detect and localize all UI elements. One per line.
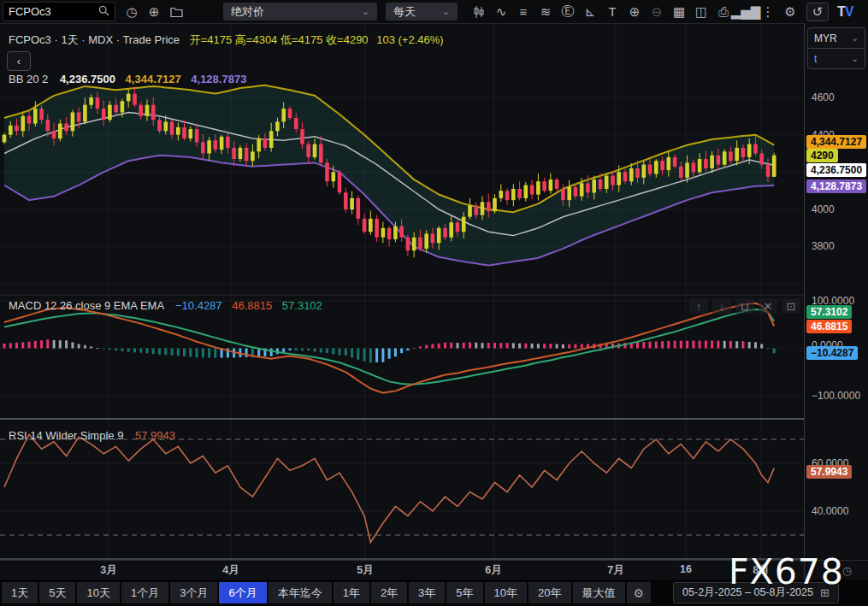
text-tool-icon[interactable]: T xyxy=(601,3,623,21)
scale-unit-box: MYR ⌄ t ⌄ xyxy=(807,27,865,69)
snapshot-icon[interactable]: ◫ xyxy=(690,3,712,21)
economic-events-icon[interactable]: Ⓔ xyxy=(557,3,579,21)
more-icon[interactable]: ⋮ xyxy=(757,3,779,21)
scale-tick: 4600 xyxy=(812,91,835,103)
time-axis-label: 7月 xyxy=(590,563,641,578)
symbol-title: FCPOc3 · 1天 · MDX · Trade Price xyxy=(9,33,180,46)
interval-value: 每天 xyxy=(393,4,416,20)
range-button-6个月[interactable]: 6个月 xyxy=(219,582,266,603)
chevron-down-icon: ⌄ xyxy=(362,6,369,17)
range-button-5天[interactable]: 5天 xyxy=(39,582,75,603)
range-button-本年迄今[interactable]: 本年迄今 xyxy=(269,582,332,603)
pane-maximize-icon[interactable]: ⊡ xyxy=(782,298,800,314)
price-label: 4,344.7127 xyxy=(806,135,866,149)
unit-dropdown[interactable]: t ⌄ xyxy=(808,48,865,68)
range-button-5年[interactable]: 5年 xyxy=(446,582,482,603)
fx678-watermark: FX678 xyxy=(729,551,844,592)
price-label: 4,236.7500 xyxy=(806,163,866,177)
price-mode-value: 绝对价 xyxy=(231,4,264,20)
measure-icon[interactable]: ⊾ xyxy=(579,3,601,21)
time-axis-label: 16 xyxy=(660,563,712,575)
bb-upper-value: 4,344.7127 xyxy=(126,73,181,85)
range-button-2年[interactable]: 2年 xyxy=(371,582,407,603)
pane-toolbar: ↑↓⊔✕⊡ xyxy=(689,298,800,314)
clock-icon[interactable]: ◷ xyxy=(121,3,143,21)
symbol-text: FCPOc3 xyxy=(9,5,51,18)
chevron-down-icon: ⌄ xyxy=(442,6,450,17)
indicators-icon[interactable]: ∿ xyxy=(490,3,512,21)
pane-move-down-icon[interactable]: ↓ xyxy=(712,298,731,314)
rsi-indicator-header[interactable]: RSI 14 Wilder Simple 9 57.9943 xyxy=(9,429,175,442)
interval-dropdown[interactable]: 每天 ⌄ xyxy=(386,3,458,21)
trading-chart-app: FCPOc3 ◷⊕ 绝对价 ⌄ 每天 ⌄ ∿≡≋Ⓔ⊾T⊕⊖▦◫⎙▂▅▇⋮⚙↺ T… xyxy=(0,0,868,606)
range-button-1天[interactable]: 1天 xyxy=(2,582,38,603)
rsi-label: RSI 14 Wilder Simple 9 xyxy=(9,429,123,442)
time-axis-label: 3月 xyxy=(83,563,134,578)
candlestick-style-icon[interactable] xyxy=(468,3,490,21)
search-icon xyxy=(98,5,109,19)
templates-icon[interactable]: ≡ xyxy=(512,3,534,21)
range-button-3年[interactable]: 3年 xyxy=(409,582,445,603)
bb-lower-value: 4,128.7873 xyxy=(191,73,246,85)
currency-value: MYR xyxy=(814,32,837,44)
price-label: −10.4287 xyxy=(806,346,858,360)
range-button-10天[interactable]: 10天 xyxy=(77,582,119,603)
table-icon[interactable]: ▦ xyxy=(668,3,690,21)
currency-dropdown[interactable]: MYR ⌄ xyxy=(808,28,865,48)
add-symbol-icon[interactable]: ⊕ xyxy=(143,3,165,21)
time-axis-label: 4月 xyxy=(205,563,257,578)
chevron-down-icon: ⌄ xyxy=(852,54,859,63)
range-button-10年[interactable]: 10年 xyxy=(485,582,527,603)
bb-basis-value: 4,236.7500 xyxy=(60,73,115,85)
zoom-in-icon[interactable]: ⊕ xyxy=(623,3,646,21)
price-label: 4290 xyxy=(806,149,838,162)
range-settings-button[interactable]: ⚙ xyxy=(627,582,652,603)
stats-icon[interactable]: ▂▅▇ xyxy=(735,3,757,21)
price-label: 4,128.7873 xyxy=(806,179,866,193)
collapse-header-button[interactable]: ‹ xyxy=(7,51,31,71)
folder-icon[interactable] xyxy=(165,3,187,21)
range-button-最大值[interactable]: 最大值 xyxy=(573,582,625,603)
unit-value: t xyxy=(814,53,817,65)
pane-close-icon[interactable]: ✕ xyxy=(759,298,777,314)
time-axis[interactable]: 3月4月5月6月7月168月 xyxy=(0,560,804,580)
range-button-1个月[interactable]: 1个月 xyxy=(121,582,168,603)
chevron-down-icon: ⌄ xyxy=(852,33,859,43)
scale-tick: −100.0000 xyxy=(812,390,860,402)
symbol-search-input[interactable]: FCPOc3 xyxy=(3,2,115,21)
scale-tick: 40.0000 xyxy=(812,505,848,517)
range-button-1年[interactable]: 1年 xyxy=(334,582,369,603)
rsi-value: 57.9943 xyxy=(135,429,175,442)
bb-label: BB 20 2 xyxy=(9,73,48,85)
time-axis-label: 5月 xyxy=(340,563,391,578)
macd-hist-value: −10.4287 xyxy=(175,299,222,312)
bb-indicator-header[interactable]: BB 20 2 4,236.7500 4,344.7127 4,128.7873 xyxy=(9,73,246,85)
zoom-out-icon[interactable]: ⊖ xyxy=(646,3,668,21)
macd-signal-value: 57.3102 xyxy=(282,299,322,312)
scale-tick: 4000 xyxy=(812,203,835,215)
ohlc-values: 开=4175 高=4304 低=4175 收=4290 xyxy=(190,33,369,46)
price-label: 46.8815 xyxy=(806,320,852,333)
chart-canvas[interactable] xyxy=(0,23,804,560)
time-axis-label: 6月 xyxy=(468,563,519,578)
macd-label: MACD 12 26 close 9 EMA EMA xyxy=(9,299,163,312)
top-toolbar: FCPOc3 ◷⊕ 绝对价 ⌄ 每天 ⌄ ∿≡≋Ⓔ⊾T⊕⊖▦◫⎙▂▅▇⋮⚙↺ T… xyxy=(0,0,868,24)
price-mode-dropdown[interactable]: 绝对价 ⌄ xyxy=(223,3,377,21)
undo-icon[interactable]: ↺ xyxy=(806,3,829,21)
macd-line-value: 46.8815 xyxy=(232,299,272,312)
range-button-3个月[interactable]: 3个月 xyxy=(170,582,217,603)
tradingview-logo[interactable]: TV xyxy=(837,4,853,20)
pane-delete-icon[interactable]: ⊔ xyxy=(735,298,754,314)
range-button-20年[interactable]: 20年 xyxy=(528,582,570,603)
settings-icon[interactable]: ⚙ xyxy=(779,3,801,21)
symbol-header[interactable]: FCPOc3 · 1天 · MDX · Trade Price 开=4175 高… xyxy=(9,32,444,48)
compare-icon[interactable]: ≋ xyxy=(534,3,557,21)
price-scale[interactable]: MYR ⌄ t ⌄ 4600440040003800100.00000.0000… xyxy=(804,23,868,560)
pane-move-up-icon[interactable]: ↑ xyxy=(689,298,708,314)
change-value: 103 (+2.46%) xyxy=(376,33,443,46)
price-label: 57.9943 xyxy=(806,465,852,479)
price-label: 57.3102 xyxy=(806,305,852,319)
macd-indicator-header[interactable]: MACD 12 26 close 9 EMA EMA −10.4287 46.8… xyxy=(9,299,322,312)
scale-tick: 3800 xyxy=(812,240,835,252)
